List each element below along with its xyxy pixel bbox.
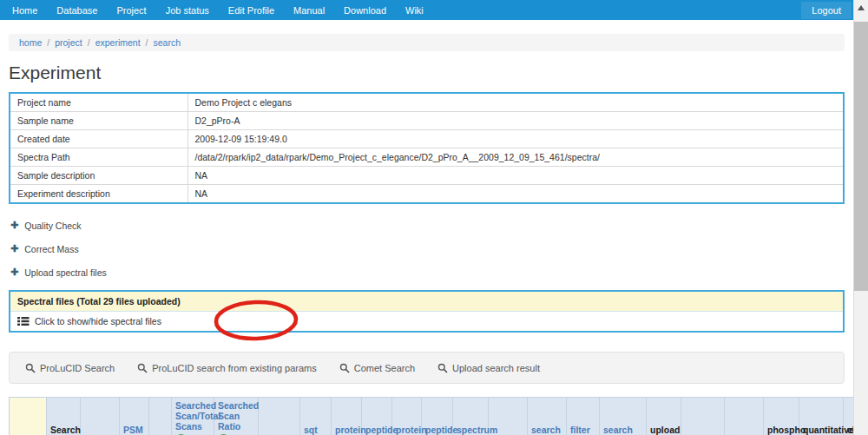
col-dtaselect: DTASelect <box>681 398 725 435</box>
info-label: Experiment description <box>10 185 187 204</box>
search-icon <box>25 363 36 373</box>
scrollbar-up-arrow-icon[interactable] <box>858 5 865 10</box>
col-mzident: mzIdent <box>725 398 764 435</box>
breadcrumb: home / project / experiment / search <box>9 34 845 51</box>
info-value: NA <box>187 167 844 185</box>
breadcrumb-home[interactable]: home <box>19 37 42 48</box>
col-peptide-fdr[interactable]: peptide FDR <box>422 398 453 435</box>
vertical-scrollbar[interactable] <box>853 0 868 435</box>
spectral-files-toggle-label: Click to show/hide spectral files <box>35 316 161 326</box>
nav-job-status[interactable]: Job status <box>159 2 216 19</box>
top-navbar: Home Database Project Job status Edit Pr… <box>0 0 853 20</box>
col-protein-fdr[interactable]: protein FDR <box>392 398 422 435</box>
section-correct-mass[interactable]: ✚ Correct Mass <box>10 243 845 254</box>
prolucid-search-existing-params-button[interactable]: ProLuCID search from existing params <box>128 363 331 373</box>
col-quantitative: quantitative analysis <box>799 398 844 435</box>
table-row: Sample description NA <box>10 167 844 185</box>
plus-icon: ✚ <box>10 243 18 254</box>
info-label: Sample description <box>10 167 187 185</box>
col-search-results: Search Results <box>47 398 81 435</box>
spectral-files-header: Spectral files (Total 29 files uploaded) <box>10 292 843 312</box>
page-title: Experiment <box>9 63 845 83</box>
nav-edit-profile[interactable]: Edit Profile <box>221 2 281 19</box>
info-label: Spectra Path <box>10 148 187 167</box>
search-results-table-wrap: ID Search Results DeltaMass PSM Score na… <box>9 397 853 435</box>
section-label: Quality Check <box>24 221 81 231</box>
nav-project[interactable]: Project <box>109 2 153 19</box>
header-row: ID Search Results DeltaMass PSM Score na… <box>10 398 854 435</box>
col-label: Searched Scan Ratio <box>218 400 254 432</box>
button-label: ProLuCID Search <box>40 363 115 373</box>
info-value: NA <box>187 185 844 204</box>
section-upload-spectral-files[interactable]: ✚ Upload spectral files <box>10 267 845 278</box>
nav-manual[interactable]: Manual <box>286 2 332 19</box>
info-label: Sample name <box>10 112 187 130</box>
search-toolbar: ProLuCID Search ProLuCID search from exi… <box>9 352 845 384</box>
breadcrumb-separator: / <box>88 37 90 48</box>
info-value: 2009-12-09 15:19:49.0 <box>187 130 844 148</box>
plus-icon: ✚ <box>10 267 18 278</box>
table-row: Project name Demo Project c elegans <box>10 93 844 112</box>
col-search-params[interactable]: search params <box>528 398 567 435</box>
nav-download[interactable]: Download <box>337 2 393 19</box>
search-icon <box>339 363 350 373</box>
prolucid-search-button[interactable]: ProLuCID Search <box>16 363 128 373</box>
col-filter-params[interactable]: filter params <box>567 398 600 435</box>
section-label: Correct Mass <box>24 244 78 254</box>
nav-home[interactable]: Home <box>5 2 44 19</box>
comet-search-button[interactable]: Comet Search <box>331 363 429 373</box>
info-value: Demo Project c elegans <box>187 93 844 112</box>
col-psm-score[interactable]: PSM Score <box>120 398 149 435</box>
scrollbar-thumb[interactable] <box>854 22 868 291</box>
info-label: Created date <box>10 130 187 148</box>
experiment-info-table: Project name Demo Project c elegans Samp… <box>9 92 845 204</box>
nav-wiki[interactable]: Wiki <box>398 2 431 19</box>
col-date[interactable]: date <box>259 398 300 435</box>
col-label: Searched Scan/Total Scans <box>175 400 210 432</box>
search-icon <box>137 363 148 373</box>
info-label: Project name <box>10 93 187 112</box>
col-searched-scans[interactable]: Searched Scan/Total Scans ? <box>172 398 214 435</box>
breadcrumb-separator: / <box>146 37 148 48</box>
col-search-status[interactable]: search status <box>600 398 647 435</box>
table-row: Spectra Path /data/2/rpark/ip2_data/rpar… <box>10 148 844 167</box>
breadcrumb-experiment[interactable]: experiment <box>95 37 141 48</box>
col-peptide-ids[interactable]: peptide ids <box>362 398 392 435</box>
list-icon <box>17 316 30 326</box>
col-scan-ratio[interactable]: Searched Scan Ratio ? <box>214 398 259 435</box>
button-label: ProLuCID search from existing params <box>152 363 317 373</box>
col-spectrum-fdr[interactable]: spectrum FDR <box>453 398 489 435</box>
logout-button[interactable]: Logout <box>801 2 852 19</box>
col-id: ID <box>10 398 47 435</box>
plus-icon: ✚ <box>10 220 18 231</box>
info-value: D2_pPro-A <box>187 112 844 130</box>
breadcrumb-search[interactable]: search <box>154 37 181 48</box>
collapsible-sections: ✚ Quality Check ✚ Correct Mass ✚ Upload … <box>9 220 845 278</box>
col-upload-files: upload files <box>647 398 681 435</box>
breadcrumb-separator: / <box>47 37 49 48</box>
search-icon <box>437 363 448 373</box>
col-protein-ids[interactable]: protein ids <box>332 398 362 435</box>
button-label: Comet Search <box>354 363 415 373</box>
spectral-files-panel: Spectral files (Total 29 files uploaded)… <box>9 290 845 333</box>
nav-database[interactable]: Database <box>49 2 104 19</box>
section-quality-check[interactable]: ✚ Quality Check <box>10 220 845 231</box>
spectral-files-toggle[interactable]: Click to show/hide spectral files <box>10 312 843 331</box>
search-results-table: ID Search Results DeltaMass PSM Score na… <box>9 397 853 435</box>
table-row: Sample name D2_pPro-A <box>10 112 844 130</box>
col-sqt-count[interactable]: sqt count <box>300 398 332 435</box>
upload-search-result-button[interactable]: Upload search result <box>429 363 554 373</box>
info-value: /data/2/rpark/ip2_data/rpark/Demo_Projec… <box>187 148 844 167</box>
table-row: Experiment description NA <box>10 185 844 204</box>
table-row: Created date 2009-12-09 15:19:49.0 <box>10 130 844 148</box>
col-phospho: phospho analysis <box>764 398 799 435</box>
button-label: Upload search result <box>452 363 540 373</box>
col-name[interactable]: name <box>149 398 172 435</box>
col-deltamass[interactable]: DeltaMass <box>81 398 120 435</box>
section-label: Upload spectral files <box>24 267 107 278</box>
breadcrumb-project[interactable]: project <box>55 37 82 48</box>
